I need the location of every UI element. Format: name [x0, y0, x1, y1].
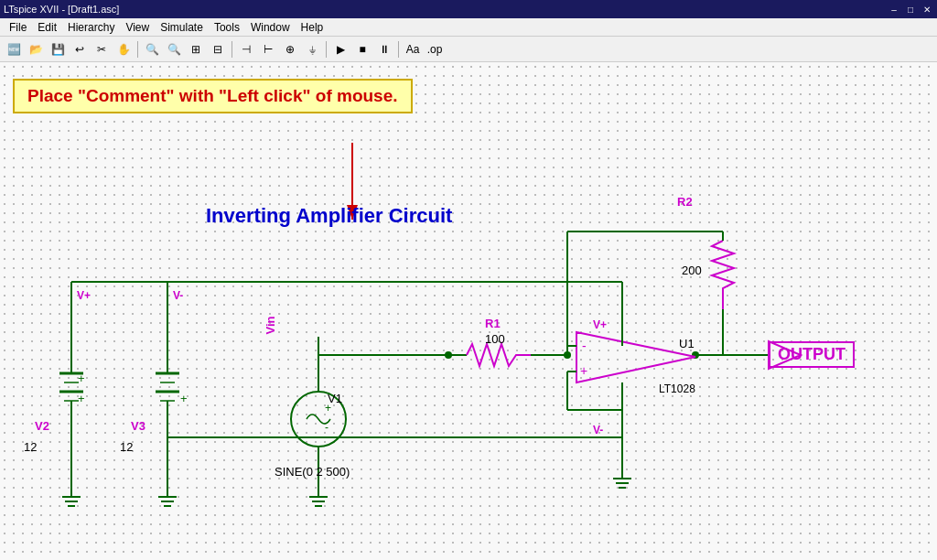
u1-part: LT1028 [659, 382, 695, 395]
title-bar: LTspice XVII - [Draft1.asc] – □ ✕ [0, 0, 937, 18]
svg-text:-: - [325, 421, 328, 434]
u1-label: U1 [679, 337, 695, 350]
svg-text:-: - [582, 339, 587, 353]
r1-label: R1 [485, 317, 501, 330]
circuit-title: Inverting Amplifier Circuit [206, 204, 452, 228]
r2-label: R2 [677, 195, 693, 209]
sep4 [398, 41, 399, 58]
v2-minus-marker: + [78, 392, 85, 405]
sep1 [137, 41, 138, 58]
comment-text: Place "Comment" with "Left click" of mou… [27, 86, 398, 105]
menu-help[interactable]: Help [296, 18, 329, 36]
menu-tools[interactable]: Tools [209, 18, 245, 36]
v1-signal: SINE(0 2 500) [275, 465, 350, 479]
menu-window[interactable]: Window [245, 18, 296, 36]
menu-file[interactable]: File [4, 18, 32, 36]
schematic-canvas[interactable]: Place "Comment" with "Left click" of mou… [0, 62, 937, 560]
v2-label: V2 [35, 419, 49, 433]
menu-hierarchy[interactable]: Hierarchy [62, 18, 120, 36]
v3-plus-marker: + [180, 392, 188, 405]
stop-button[interactable]: ■ [352, 39, 372, 59]
v1-label: V1 [328, 392, 342, 405]
cut-button[interactable]: ✂ [92, 39, 112, 59]
run-button[interactable]: ▶ [330, 39, 350, 59]
zoom-fit-button[interactable]: ⊞ [186, 39, 206, 59]
restore-button[interactable]: □ [904, 3, 917, 16]
text-button[interactable]: Aa [403, 39, 423, 59]
v2-value: 12 [24, 440, 37, 454]
comment-box: Place "Comment" with "Left click" of mou… [13, 79, 413, 113]
save-button[interactable]: 💾 [48, 39, 68, 59]
undo-button[interactable]: ↩ [70, 39, 90, 59]
svg-point-47 [564, 351, 571, 359]
r2-value: 200 [682, 264, 702, 277]
opamp-vminus-label: V- [593, 424, 603, 436]
opamp-vplus-label: V+ [593, 318, 607, 331]
v3-vminus-label: V- [173, 289, 183, 302]
wire-button[interactable]: ⊣ [236, 39, 256, 59]
zoom-area-button[interactable]: ⊟ [208, 39, 228, 59]
app-title: LTspice XVII - [Draft1.asc] [4, 4, 119, 15]
sep2 [232, 41, 232, 58]
ground-button[interactable]: ⏚ [302, 39, 322, 59]
component-button[interactable]: ⊕ [280, 39, 300, 59]
hand-button[interactable]: ✋ [113, 39, 134, 59]
svg-text:+: + [580, 363, 587, 378]
v2-plus-marker: + [78, 372, 85, 385]
svg-marker-54 [576, 332, 695, 382]
menu-simulate[interactable]: Simulate [155, 18, 209, 36]
menu-bar: File Edit Hierarchy View Simulate Tools … [0, 18, 937, 37]
v2-vplus-label: V+ [77, 289, 91, 302]
output-label: OUTPUT [769, 341, 855, 368]
svg-point-50 [692, 351, 699, 359]
bus-button[interactable]: ⊢ [258, 39, 278, 59]
open-button[interactable]: 📂 [26, 39, 46, 59]
svg-point-45 [445, 351, 452, 359]
circuit-svg: + - [0, 62, 937, 560]
vin-label: Vin [264, 317, 277, 335]
minimize-button[interactable]: – [888, 3, 900, 16]
menu-view[interactable]: View [120, 18, 155, 36]
toolbar: 🆕 📂 💾 ↩ ✂ ✋ 🔍 🔍 ⊞ ⊟ ⊣ ⊢ ⊕ ⏚ ▶ ■ ⏸ Aa .op [0, 37, 937, 62]
sep3 [326, 41, 327, 58]
close-button[interactable]: ✕ [921, 3, 933, 16]
v3-label: V3 [131, 419, 145, 433]
pause-button[interactable]: ⏸ [374, 39, 394, 59]
r1-value: 100 [485, 332, 505, 346]
menu-edit[interactable]: Edit [32, 18, 62, 36]
zoom-in-button[interactable]: 🔍 [142, 39, 162, 59]
zoom-out-button[interactable]: 🔍 [164, 39, 184, 59]
spice-button[interactable]: .op [425, 39, 445, 59]
window-controls[interactable]: – □ ✕ [888, 3, 933, 16]
new-button[interactable]: 🆕 [4, 39, 24, 59]
v3-value: 12 [120, 440, 133, 454]
